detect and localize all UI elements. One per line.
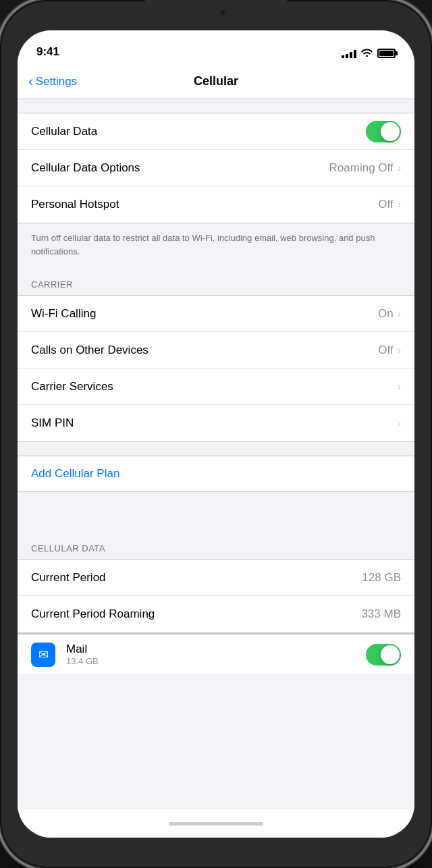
signal-bar-4 bbox=[354, 50, 356, 58]
battery-fill bbox=[379, 51, 394, 56]
calls-other-devices-row[interactable]: Calls on Other Devices Off › bbox=[18, 332, 414, 369]
calls-other-devices-value: Off bbox=[378, 344, 393, 357]
back-button[interactable]: ‹ Settings bbox=[28, 74, 77, 89]
notch bbox=[145, 0, 287, 26]
main-settings-group: Cellular Data Cellular Data Options Roam… bbox=[18, 113, 414, 223]
mail-app-name: Mail bbox=[66, 643, 355, 656]
cellular-data-label: Cellular Data bbox=[31, 125, 97, 138]
phone-frame: 9:41 bbox=[0, 0, 432, 868]
top-spacer bbox=[18, 99, 414, 113]
sim-pin-right: › bbox=[398, 417, 401, 429]
current-period-right: 128 GB bbox=[362, 571, 401, 585]
add-cellular-plan-row[interactable]: Add Cellular Plan bbox=[18, 456, 414, 492]
cellular-data-options-label: Cellular Data Options bbox=[31, 161, 140, 175]
status-time: 9:41 bbox=[36, 45, 59, 59]
current-period-value: 128 GB bbox=[362, 571, 401, 585]
notch-camera bbox=[219, 9, 226, 16]
personal-hotspot-label: Personal Hotspot bbox=[31, 198, 119, 211]
home-bar bbox=[169, 822, 263, 825]
chevron-right-icon: › bbox=[398, 308, 401, 320]
personal-hotspot-value: Off bbox=[378, 198, 393, 211]
cellular-description: Turn off cellular data to restrict all d… bbox=[18, 223, 414, 269]
signal-bar-2 bbox=[346, 54, 348, 58]
signal-bars-icon bbox=[342, 49, 356, 58]
page-title: Cellular bbox=[194, 74, 238, 88]
cellular-data-section-header: CELLULAR DATA bbox=[18, 533, 414, 559]
mail-app-size: 13.4 GB bbox=[66, 656, 355, 666]
wifi-icon bbox=[361, 48, 373, 59]
nav-bar: ‹ Settings Cellular bbox=[18, 64, 414, 99]
chevron-right-icon: › bbox=[398, 162, 401, 174]
carrier-section-header: CARRIER bbox=[18, 269, 414, 295]
cellular-data-usage-group: Current Period 128 GB Current Period Roa… bbox=[18, 559, 414, 633]
personal-hotspot-row[interactable]: Personal Hotspot Off › bbox=[18, 186, 414, 223]
chevron-right-icon: › bbox=[398, 344, 401, 356]
sim-pin-row[interactable]: SIM PIN › bbox=[18, 405, 414, 441]
battery-icon bbox=[377, 49, 396, 58]
carrier-services-label: Carrier Services bbox=[31, 380, 113, 394]
signal-bar-3 bbox=[350, 52, 352, 58]
chevron-right-icon: › bbox=[398, 381, 401, 393]
back-label: Settings bbox=[36, 75, 77, 88]
mail-toggle[interactable] bbox=[366, 644, 401, 666]
wifi-calling-row[interactable]: Wi-Fi Calling On › bbox=[18, 296, 414, 332]
mail-app-icon: ✉ bbox=[31, 643, 55, 667]
current-period-label: Current Period bbox=[31, 571, 106, 585]
mid-spacer bbox=[18, 442, 414, 456]
home-indicator bbox=[18, 809, 414, 838]
wifi-calling-value: On bbox=[378, 307, 394, 321]
current-period-roaming-label: Current Period Roaming bbox=[31, 607, 155, 621]
toggle-thumb bbox=[381, 645, 400, 664]
settings-content: Cellular Data Cellular Data Options Roam… bbox=[18, 99, 414, 809]
status-icons bbox=[342, 48, 396, 59]
signal-bar-1 bbox=[342, 55, 344, 58]
carrier-services-right: › bbox=[398, 381, 401, 393]
cellular-data-row[interactable]: Cellular Data bbox=[18, 113, 414, 150]
personal-hotspot-right: Off › bbox=[378, 198, 401, 211]
mail-app-info: Mail 13.4 GB bbox=[66, 643, 355, 666]
add-cellular-plan-label: Add Cellular Plan bbox=[31, 467, 119, 480]
app-usage-group: ✉ Mail 13.4 GB bbox=[18, 633, 414, 674]
calls-other-devices-label: Calls on Other Devices bbox=[31, 344, 148, 357]
current-period-row[interactable]: Current Period 128 GB bbox=[18, 560, 414, 596]
mail-app-row[interactable]: ✉ Mail 13.4 GB bbox=[18, 634, 414, 674]
current-period-roaming-value: 333 MB bbox=[361, 607, 401, 621]
back-chevron-icon: ‹ bbox=[28, 74, 33, 89]
cellular-data-options-row[interactable]: Cellular Data Options Roaming Off › bbox=[18, 150, 414, 186]
chevron-right-icon: › bbox=[398, 198, 401, 211]
toggle-thumb bbox=[381, 122, 400, 141]
status-bar: 9:41 bbox=[18, 30, 414, 64]
wifi-calling-right: On › bbox=[378, 307, 401, 321]
carrier-settings-group: Wi-Fi Calling On › Calls on Other Device… bbox=[18, 295, 414, 442]
carrier-services-row[interactable]: Carrier Services › bbox=[18, 369, 414, 405]
cellular-data-options-value: Roaming Off bbox=[329, 161, 394, 175]
cellular-data-toggle[interactable] bbox=[366, 121, 401, 142]
mail-envelope-icon: ✉ bbox=[38, 647, 49, 662]
sim-pin-label: SIM PIN bbox=[31, 416, 74, 430]
chevron-right-icon: › bbox=[398, 417, 401, 429]
wifi-calling-label: Wi-Fi Calling bbox=[31, 307, 96, 321]
large-spacer bbox=[18, 492, 414, 533]
current-period-roaming-row[interactable]: Current Period Roaming 333 MB bbox=[18, 596, 414, 632]
cellular-data-options-right: Roaming Off › bbox=[329, 161, 401, 175]
calls-other-devices-right: Off › bbox=[378, 344, 401, 357]
current-period-roaming-right: 333 MB bbox=[361, 607, 401, 621]
screen: 9:41 bbox=[18, 30, 414, 838]
